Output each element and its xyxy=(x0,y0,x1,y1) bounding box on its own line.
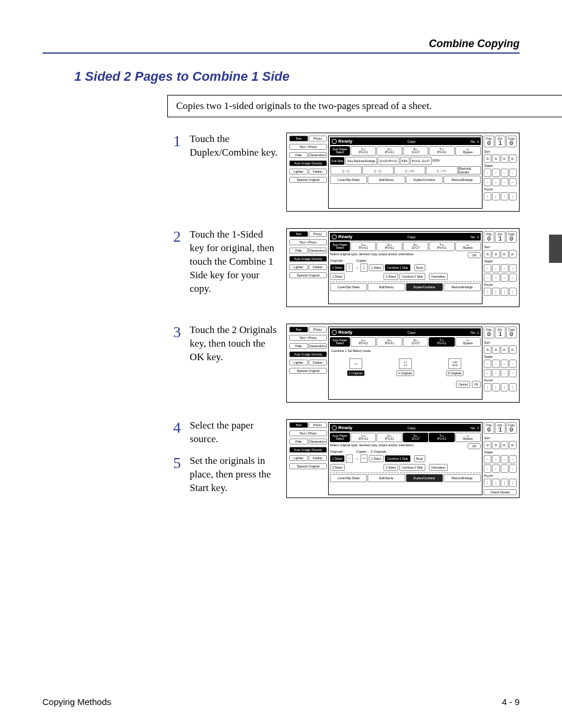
punch-icon[interactable]: ⋮ xyxy=(509,479,517,487)
preset-ratio-b[interactable]: 8½×11 11×17 xyxy=(410,157,432,165)
punch-icon[interactable]: ⋮ xyxy=(501,288,508,296)
tab-text-photo[interactable]: Text • Photo xyxy=(289,239,327,245)
two-sided-original[interactable]: 2 Sided xyxy=(330,464,345,471)
punch-icon[interactable]: ⋮ xyxy=(484,479,491,487)
punch-icon[interactable]: ⋮ xyxy=(492,479,500,487)
staple-icon[interactable]: ⌐ xyxy=(492,455,500,463)
dup-icon[interactable]: ▯→▯ xyxy=(362,166,394,174)
book-button[interactable]: Book xyxy=(414,264,425,271)
tab-photo[interactable]: Photo xyxy=(309,231,328,237)
bypass-tray[interactable]: ⊔Bypass xyxy=(455,337,481,347)
stack-icon[interactable]: ⧉ xyxy=(509,154,517,163)
shrink-center[interactable]: Shrink& Center xyxy=(458,166,481,174)
stack-icon[interactable]: ⧉ xyxy=(501,250,508,258)
tab-text[interactable]: Text xyxy=(289,327,308,332)
staple-icon[interactable]: ⌐ xyxy=(509,360,517,368)
combine-1-side[interactable]: Combine 1 Side xyxy=(385,455,411,462)
staple-icon[interactable]: ⌐ xyxy=(509,178,517,186)
auto-image-density[interactable]: Auto Image Density xyxy=(289,256,327,262)
punch-icon[interactable]: ⋮ xyxy=(501,479,508,487)
sort-icon[interactable]: ⧉ xyxy=(484,345,491,354)
dup-icon[interactable]: ▯→▭ xyxy=(394,166,425,174)
one-sided-copy[interactable]: 1 Sided xyxy=(369,455,384,462)
tab-pale[interactable]: Pale xyxy=(289,152,308,158)
auto-paper-select[interactable]: Auto Paper Select xyxy=(330,433,350,442)
tray-4[interactable]: T▭8½×11 xyxy=(429,337,454,347)
cover-slip-sheet[interactable]: Cover/Slip Sheet xyxy=(330,283,367,291)
auto-paper-select[interactable]: Auto Paper Select xyxy=(330,242,350,251)
one-sided-original[interactable]: 1 Sided xyxy=(330,455,345,462)
lighter-button[interactable]: Lighter xyxy=(289,360,308,365)
auto-reduce-enlarge[interactable]: Auto Reduce/Enlarge xyxy=(345,157,377,165)
tab-pale[interactable]: Pale xyxy=(289,439,308,444)
tab-generation[interactable]: Generation xyxy=(309,439,328,444)
four-originals-button[interactable]: 4 Originals xyxy=(396,370,414,376)
tab-generation[interactable]: Generation xyxy=(309,248,328,253)
two-sided-copy[interactable]: 2 Sided xyxy=(384,464,398,471)
dup-icon[interactable]: ▯→▭ xyxy=(426,166,457,174)
punch-icon[interactable]: ⋮ xyxy=(509,383,517,391)
tray-2[interactable]: 2▭8½×11 xyxy=(376,146,402,156)
staple-icon[interactable]: ⌐ xyxy=(501,465,508,473)
punch-icon[interactable]: ⋮ xyxy=(509,192,517,200)
sort-icon[interactable]: ⧉ xyxy=(484,154,491,163)
staple-icon[interactable]: ⌐ xyxy=(509,455,517,463)
cover-slip-sheet[interactable]: Cover/Slip Sheet xyxy=(330,474,367,482)
stack-icon[interactable]: ⧉ xyxy=(509,250,517,258)
staple-icon[interactable]: ⌐ xyxy=(509,369,517,377)
eight-originals-button[interactable]: 8 Originals xyxy=(446,370,464,376)
staple-icon[interactable]: ⌐ xyxy=(484,169,491,177)
duplex-combine[interactable]: Duplex/Combine xyxy=(406,474,443,482)
dup-icon[interactable]: ▯→▯ xyxy=(330,166,362,174)
edit-stamp[interactable]: Edit/Stamp xyxy=(368,283,405,291)
staple-icon[interactable]: ⌐ xyxy=(501,369,508,377)
preset-ratio-a[interactable]: 11×15 8½×11 xyxy=(378,157,399,165)
tab-text[interactable]: Text xyxy=(289,231,308,237)
punch-icon[interactable]: ⋮ xyxy=(484,288,491,296)
auto-paper-select[interactable]: Auto Paper Select xyxy=(330,337,350,347)
orientation-button[interactable]: Orientation xyxy=(429,464,448,471)
full-size[interactable]: Full Size xyxy=(330,157,345,165)
darker-button[interactable]: Darker xyxy=(309,455,328,461)
orientation-button[interactable]: Orientation xyxy=(429,273,448,280)
duplex-combine[interactable]: Duplex/Combine xyxy=(406,176,443,184)
tray-1[interactable]: 1▭8½×11 xyxy=(351,146,376,156)
auto-image-density[interactable]: Auto Image Density xyxy=(289,160,327,166)
staple-icon[interactable]: ⌐ xyxy=(484,178,491,186)
special-original[interactable]: Special Original xyxy=(289,177,327,183)
bypass-tray[interactable]: ⊔Bypass xyxy=(455,433,481,442)
tray-2[interactable]: 2▭8½×11 xyxy=(376,337,402,347)
special-original[interactable]: Special Original xyxy=(289,368,327,374)
staple-icon[interactable]: ⌐ xyxy=(492,169,500,177)
tray-2[interactable]: 2▭8½×11 xyxy=(376,433,402,442)
auto-image-density[interactable]: Auto Image Density xyxy=(289,447,327,453)
tray-1[interactable]: 1▭8½×11 xyxy=(351,337,376,347)
cancel-button[interactable]: Cancel xyxy=(456,381,470,388)
one-sided-copy[interactable]: 1 Sided xyxy=(369,264,384,271)
cover-slip-sheet[interactable]: Cover/Slip Sheet xyxy=(330,176,367,184)
tray-1[interactable]: 1▭8½×11 xyxy=(351,242,376,251)
tab-text-photo[interactable]: Text • Photo xyxy=(289,144,327,150)
tab-photo[interactable]: Photo xyxy=(309,327,328,332)
staple-icon[interactable]: ⌐ xyxy=(484,369,491,377)
tray-2[interactable]: 2▭8½×11 xyxy=(376,242,402,251)
edit-stamp[interactable]: Edit/Stamp xyxy=(368,176,405,184)
tray-3[interactable]: 3▭11×17 xyxy=(403,337,428,347)
bypass-tray[interactable]: ⊔Bypass xyxy=(455,242,481,251)
tab-text-photo[interactable]: Text • Photo xyxy=(289,430,327,436)
tray-4[interactable]: T▭8½×11 xyxy=(429,146,454,156)
staple-icon[interactable]: ⌐ xyxy=(492,264,500,272)
staple-icon[interactable]: ⌐ xyxy=(484,274,491,282)
tab-pale[interactable]: Pale xyxy=(289,248,308,253)
darker-button[interactable]: Darker xyxy=(309,169,328,174)
tray-3[interactable]: 3▭11×17 xyxy=(403,242,428,251)
tab-generation[interactable]: Generation xyxy=(309,152,328,158)
punch-icon[interactable]: ⋮ xyxy=(484,192,491,200)
combine-2-side[interactable]: Combine 2 Side xyxy=(399,273,425,280)
lighter-button[interactable]: Lighter xyxy=(289,264,308,270)
edit-stamp[interactable]: Edit/Stamp xyxy=(368,474,405,482)
darker-button[interactable]: Darker xyxy=(309,360,328,365)
staple-icon[interactable]: ⌐ xyxy=(501,274,508,282)
tray-4[interactable]: T▭8½×11 xyxy=(429,433,454,442)
two-originals-button[interactable]: 2 Originals xyxy=(347,370,365,376)
